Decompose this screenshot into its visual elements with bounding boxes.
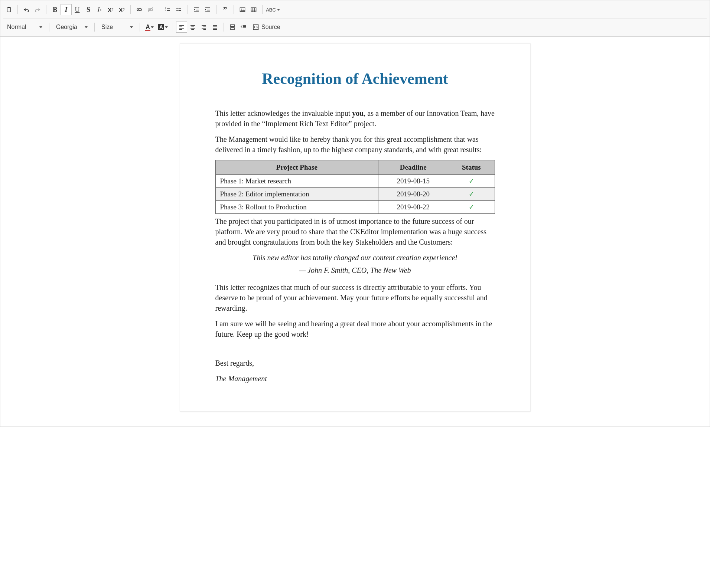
font-label: Georgia xyxy=(56,24,77,30)
chevron-down-icon xyxy=(85,26,88,28)
font-family-combo[interactable]: Georgia xyxy=(52,22,91,33)
paste-button[interactable] xyxy=(3,4,14,15)
paragraph-2[interactable]: The Management would like to hereby than… xyxy=(215,134,495,155)
document-page[interactable]: Recognition of Achievement This letter a… xyxy=(180,43,531,412)
source-button[interactable]: Source xyxy=(249,22,284,33)
check-icon: ✓ xyxy=(469,177,474,185)
svg-rect-42 xyxy=(231,24,235,26)
check-icon: ✓ xyxy=(469,190,474,198)
table-row: Phase 2: Editor implementation 2019-08-2… xyxy=(215,188,495,201)
table-row: Phase 3: Rollout to Production 2019-08-2… xyxy=(215,201,495,214)
underline-button[interactable]: U xyxy=(72,4,83,15)
svg-rect-43 xyxy=(231,28,235,30)
content-area[interactable]: Recognition of Achievement This letter a… xyxy=(0,37,710,427)
table-button[interactable] xyxy=(248,4,259,15)
subscript-button[interactable]: X2 xyxy=(105,4,116,15)
toolbar-row-1: B I U S Ix X2 X2 12 xyxy=(3,3,707,17)
signoff-block[interactable]: Best regards, The Management xyxy=(215,358,495,384)
blockquote[interactable]: This new editor has totally changed our … xyxy=(215,252,495,275)
align-left-button[interactable] xyxy=(176,22,187,33)
italic-button[interactable]: I xyxy=(61,4,72,15)
remove-format-button[interactable]: Ix xyxy=(94,4,105,15)
show-blocks-button[interactable] xyxy=(238,22,249,33)
image-button[interactable] xyxy=(237,4,248,15)
svg-rect-0 xyxy=(7,7,11,12)
size-label: Size xyxy=(101,24,113,30)
toolbar-row-2: Normal Georgia Size A A xyxy=(3,18,707,34)
quote-text[interactable]: This new editor has totally changed our … xyxy=(215,252,495,263)
superscript-button[interactable]: X2 xyxy=(116,4,127,15)
svg-point-8 xyxy=(176,10,178,11)
font-size-combo[interactable]: Size xyxy=(98,22,137,33)
table-row: Phase 1: Market research 2019-08-15 ✓ xyxy=(215,175,495,188)
svg-point-20 xyxy=(241,9,242,9)
paragraph-1[interactable]: This letter acknowledges the invaluable … xyxy=(215,108,495,129)
bg-color-button[interactable]: A xyxy=(156,22,170,33)
signoff-text[interactable]: Best regards, xyxy=(215,358,495,368)
paragraph-3[interactable]: The project that you participated in is … xyxy=(215,216,495,247)
chevron-down-icon xyxy=(130,26,133,28)
unlink-button[interactable] xyxy=(145,4,156,15)
svg-line-2 xyxy=(148,7,153,12)
spellcheck-button[interactable]: ABC xyxy=(266,4,280,15)
align-justify-button[interactable] xyxy=(209,22,221,33)
undo-button[interactable] xyxy=(21,4,32,15)
signature[interactable]: The Management xyxy=(215,373,495,384)
bullet-list-button[interactable] xyxy=(173,4,185,15)
text-color-button[interactable]: A xyxy=(143,22,156,33)
svg-text:2: 2 xyxy=(165,9,166,12)
svg-rect-21 xyxy=(251,8,256,12)
link-button[interactable] xyxy=(134,4,145,15)
bold-button[interactable]: B xyxy=(49,4,61,15)
redo-button[interactable] xyxy=(32,4,43,15)
chevron-down-icon xyxy=(39,26,42,28)
paragraph-4[interactable]: This letter recognizes that much of our … xyxy=(215,282,495,313)
th-deadline[interactable]: Deadline xyxy=(378,160,448,175)
svg-text:1: 1 xyxy=(165,7,166,9)
numbered-list-button[interactable]: 12 xyxy=(162,4,173,15)
format-label: Normal xyxy=(7,24,26,30)
page-title[interactable]: Recognition of Achievement xyxy=(215,70,495,88)
strike-button[interactable]: S xyxy=(83,4,94,15)
outdent-button[interactable] xyxy=(191,4,202,15)
blockquote-button[interactable]: ” xyxy=(219,4,231,15)
quote-attribution[interactable]: — John F. Smith, CEO, The New Web xyxy=(215,265,495,275)
indent-button[interactable] xyxy=(202,4,213,15)
paragraph-5[interactable]: I am sure we will be seeing and hearing … xyxy=(215,318,495,339)
page-break-button[interactable] xyxy=(227,22,238,33)
th-status[interactable]: Status xyxy=(448,160,495,175)
th-phase[interactable]: Project Phase xyxy=(215,160,378,175)
check-icon: ✓ xyxy=(469,203,474,211)
editor-container: B I U S Ix X2 X2 12 xyxy=(0,0,710,427)
align-center-button[interactable] xyxy=(187,22,198,33)
paragraph-format-combo[interactable]: Normal xyxy=(3,22,46,33)
svg-point-7 xyxy=(176,8,178,9)
align-right-button[interactable] xyxy=(198,22,209,33)
project-table[interactable]: Project Phase Deadline Status Phase 1: M… xyxy=(215,160,495,214)
toolbar: B I U S Ix X2 X2 12 xyxy=(0,0,710,37)
svg-rect-1 xyxy=(8,7,10,8)
source-label: Source xyxy=(261,24,280,30)
